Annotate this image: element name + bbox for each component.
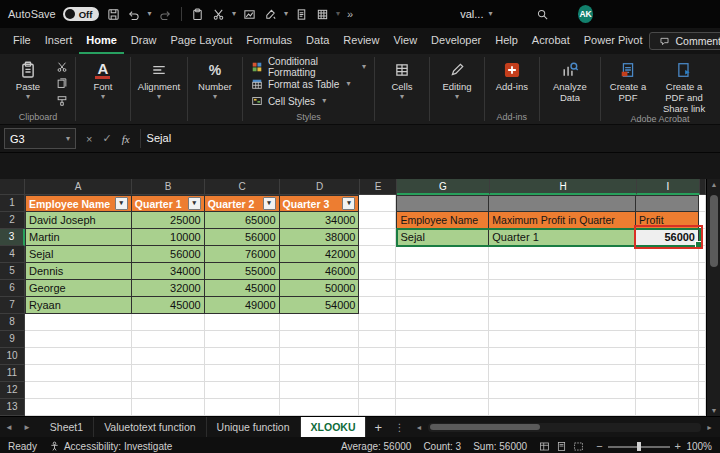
sheet-tab-unique-function[interactable]: Unique function bbox=[207, 417, 301, 437]
column-header-I[interactable]: I bbox=[637, 179, 700, 195]
cell-E2[interactable] bbox=[359, 212, 396, 229]
copy-button[interactable] bbox=[53, 77, 71, 91]
table-icon[interactable] bbox=[316, 5, 330, 23]
row-header-12[interactable]: 12 bbox=[0, 382, 25, 399]
sheet-tab-valuetotext-function[interactable]: Valuetotext function bbox=[94, 417, 206, 437]
editing-button[interactable]: Editing ▾ bbox=[434, 56, 480, 101]
cell-B13[interactable] bbox=[132, 399, 205, 416]
cell-A4[interactable]: Sejal bbox=[25, 246, 132, 263]
cell-H10[interactable] bbox=[489, 348, 636, 365]
row-header-7[interactable]: 7 bbox=[0, 297, 25, 314]
filter-icon[interactable]: ▾ bbox=[342, 197, 355, 210]
zoom-slider-thumb[interactable] bbox=[637, 442, 641, 451]
insert-function-icon[interactable]: fx bbox=[122, 133, 130, 145]
cell-I6[interactable] bbox=[636, 280, 699, 297]
undo-icon[interactable] bbox=[127, 5, 141, 23]
cell-C2[interactable]: 65000 bbox=[205, 212, 280, 229]
cell-G6[interactable] bbox=[396, 280, 489, 297]
cell-I9[interactable] bbox=[636, 331, 699, 348]
document-icon[interactable] bbox=[295, 5, 309, 23]
cell-D11[interactable] bbox=[280, 365, 360, 382]
cell-E10[interactable] bbox=[359, 348, 396, 365]
cell-H3[interactable]: Quarter 1 bbox=[489, 229, 636, 246]
tab-insert[interactable]: Insert bbox=[38, 28, 80, 54]
sheet-tab-sheet1[interactable]: Sheet1 bbox=[40, 417, 94, 437]
cell-C6[interactable]: 45000 bbox=[205, 280, 280, 297]
cell-C11[interactable] bbox=[205, 365, 280, 382]
row-header-2[interactable]: 2 bbox=[0, 212, 25, 229]
sheet-nav-left-icon[interactable]: ◄ bbox=[0, 423, 18, 432]
scroll-right-icon[interactable]: ► bbox=[703, 424, 716, 431]
cell-A2[interactable]: David Joseph bbox=[25, 212, 132, 229]
cell-G9[interactable] bbox=[396, 331, 489, 348]
cell-B10[interactable] bbox=[132, 348, 205, 365]
column-header-D[interactable]: D bbox=[280, 179, 360, 195]
paint-dropdown-icon[interactable]: ▾ bbox=[284, 10, 288, 18]
cell-I1[interactable] bbox=[636, 195, 699, 212]
acrobat-group-label[interactable]: Adobe Acrobat bbox=[630, 114, 689, 124]
cell-A10[interactable] bbox=[25, 348, 132, 365]
tab-formulas[interactable]: Formulas bbox=[239, 28, 299, 54]
cell-filler-4[interactable] bbox=[699, 246, 706, 263]
sheet-nav-right-icon[interactable]: ► bbox=[18, 423, 36, 432]
vertical-scrollbar[interactable]: ▲ ▼ bbox=[706, 179, 720, 416]
cell-G11[interactable] bbox=[396, 365, 489, 382]
cell-A7[interactable]: Ryaan bbox=[25, 297, 132, 314]
cell-D2[interactable]: 34000 bbox=[280, 212, 360, 229]
confirm-entry-icon[interactable]: ✓ bbox=[102, 132, 111, 145]
chart-icon[interactable] bbox=[243, 5, 257, 23]
cell-E7[interactable] bbox=[359, 297, 396, 314]
number-button[interactable]: % Number ▾ bbox=[192, 56, 238, 101]
cell-styles-button[interactable]: Cell Styles ▾ bbox=[247, 93, 370, 109]
cell-D8[interactable] bbox=[280, 314, 360, 331]
column-header-H[interactable]: H bbox=[490, 179, 637, 195]
cell-E5[interactable] bbox=[359, 263, 396, 280]
row-header-8[interactable]: 8 bbox=[0, 314, 25, 331]
quick-search[interactable]: val... ▾ bbox=[460, 8, 492, 20]
conditional-formatting-button[interactable]: Conditional Formatting ▾ bbox=[247, 59, 370, 75]
cell-G3[interactable]: Sejal bbox=[396, 229, 489, 246]
cell-filler-1[interactable] bbox=[699, 195, 706, 212]
paste-button[interactable]: Paste ▾ bbox=[5, 56, 51, 101]
cell-D10[interactable] bbox=[280, 348, 360, 365]
cell-filler-12[interactable] bbox=[699, 382, 706, 399]
page-break-view-icon[interactable] bbox=[573, 441, 584, 452]
tab-developer[interactable]: Developer bbox=[424, 28, 488, 54]
cell-H8[interactable] bbox=[489, 314, 636, 331]
cell-C8[interactable] bbox=[205, 314, 280, 331]
add-sheet-button[interactable]: + bbox=[366, 420, 390, 435]
paint-bucket-icon[interactable] bbox=[263, 5, 277, 23]
filter-icon[interactable]: ▾ bbox=[115, 197, 128, 210]
cell-E9[interactable] bbox=[359, 331, 396, 348]
tab-draw[interactable]: Draw bbox=[124, 28, 164, 54]
page-layout-view-icon[interactable] bbox=[556, 441, 567, 452]
cell-H11[interactable] bbox=[489, 365, 636, 382]
cell-E6[interactable] bbox=[359, 280, 396, 297]
cell-G10[interactable] bbox=[396, 348, 489, 365]
tab-view[interactable]: View bbox=[386, 28, 424, 54]
row-header-4[interactable]: 4 bbox=[0, 246, 25, 263]
tab-help[interactable]: Help bbox=[488, 28, 525, 54]
cell-E4[interactable] bbox=[359, 246, 396, 263]
cell-H13[interactable] bbox=[489, 399, 636, 416]
cell-C7[interactable]: 49000 bbox=[205, 297, 280, 314]
cell-G1[interactable] bbox=[396, 195, 489, 212]
cell-H1[interactable] bbox=[489, 195, 636, 212]
cell-I10[interactable] bbox=[636, 348, 699, 365]
cell-C4[interactable]: 76000 bbox=[205, 246, 280, 263]
cell-filler-6[interactable] bbox=[699, 280, 706, 297]
cell-C13[interactable] bbox=[205, 399, 280, 416]
cell-H2[interactable]: Maximum Profit in Quarter bbox=[489, 212, 636, 229]
cell-A3[interactable]: Martin bbox=[25, 229, 132, 246]
comments-button[interactable]: Comments bbox=[649, 32, 720, 50]
cell-G2[interactable]: Employee Name bbox=[396, 212, 489, 229]
cell-B6[interactable]: 32000 bbox=[132, 280, 205, 297]
cell-E12[interactable] bbox=[359, 382, 396, 399]
cell-I4[interactable] bbox=[636, 246, 699, 263]
undo-dropdown-icon[interactable]: ▾ bbox=[147, 10, 151, 18]
row-header-5[interactable]: 5 bbox=[0, 263, 25, 280]
cell-filler-2[interactable] bbox=[699, 212, 706, 229]
cell-A6[interactable]: George bbox=[25, 280, 132, 297]
autosave-toggle[interactable]: Off bbox=[63, 7, 100, 21]
tab-acrobat[interactable]: Acrobat bbox=[525, 28, 577, 54]
